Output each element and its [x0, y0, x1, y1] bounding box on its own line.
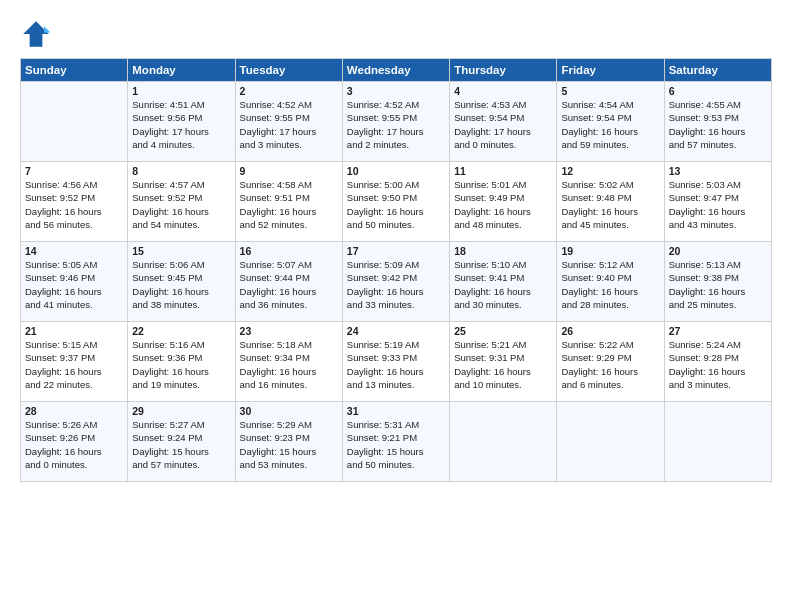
day-number: 20	[669, 245, 767, 257]
week-row-2: 7Sunrise: 4:56 AM Sunset: 9:52 PM Daylig…	[21, 162, 772, 242]
svg-marker-0	[23, 21, 49, 47]
cell-content: Sunrise: 4:58 AM Sunset: 9:51 PM Dayligh…	[240, 178, 338, 231]
col-header-saturday: Saturday	[664, 59, 771, 82]
calendar-cell: 19Sunrise: 5:12 AM Sunset: 9:40 PM Dayli…	[557, 242, 664, 322]
header	[20, 18, 772, 50]
cell-content: Sunrise: 5:10 AM Sunset: 9:41 PM Dayligh…	[454, 258, 552, 311]
day-number: 6	[669, 85, 767, 97]
cell-content: Sunrise: 4:52 AM Sunset: 9:55 PM Dayligh…	[240, 98, 338, 151]
day-number: 13	[669, 165, 767, 177]
cell-content: Sunrise: 5:19 AM Sunset: 9:33 PM Dayligh…	[347, 338, 445, 391]
day-number: 24	[347, 325, 445, 337]
day-number: 31	[347, 405, 445, 417]
calendar-cell: 12Sunrise: 5:02 AM Sunset: 9:48 PM Dayli…	[557, 162, 664, 242]
day-number: 28	[25, 405, 123, 417]
calendar-cell: 28Sunrise: 5:26 AM Sunset: 9:26 PM Dayli…	[21, 402, 128, 482]
day-number: 17	[347, 245, 445, 257]
calendar-cell: 26Sunrise: 5:22 AM Sunset: 9:29 PM Dayli…	[557, 322, 664, 402]
cell-content: Sunrise: 5:16 AM Sunset: 9:36 PM Dayligh…	[132, 338, 230, 391]
cell-content: Sunrise: 5:13 AM Sunset: 9:38 PM Dayligh…	[669, 258, 767, 311]
col-header-thursday: Thursday	[450, 59, 557, 82]
calendar-cell: 21Sunrise: 5:15 AM Sunset: 9:37 PM Dayli…	[21, 322, 128, 402]
calendar-cell: 17Sunrise: 5:09 AM Sunset: 9:42 PM Dayli…	[342, 242, 449, 322]
cell-content: Sunrise: 5:01 AM Sunset: 9:49 PM Dayligh…	[454, 178, 552, 231]
cell-content: Sunrise: 5:18 AM Sunset: 9:34 PM Dayligh…	[240, 338, 338, 391]
calendar-cell: 31Sunrise: 5:31 AM Sunset: 9:21 PM Dayli…	[342, 402, 449, 482]
week-row-4: 21Sunrise: 5:15 AM Sunset: 9:37 PM Dayli…	[21, 322, 772, 402]
cell-content: Sunrise: 5:22 AM Sunset: 9:29 PM Dayligh…	[561, 338, 659, 391]
calendar-cell: 2Sunrise: 4:52 AM Sunset: 9:55 PM Daylig…	[235, 82, 342, 162]
logo	[20, 18, 56, 50]
cell-content: Sunrise: 4:55 AM Sunset: 9:53 PM Dayligh…	[669, 98, 767, 151]
calendar-cell: 20Sunrise: 5:13 AM Sunset: 9:38 PM Dayli…	[664, 242, 771, 322]
calendar-cell: 13Sunrise: 5:03 AM Sunset: 9:47 PM Dayli…	[664, 162, 771, 242]
day-number: 14	[25, 245, 123, 257]
calendar-cell: 4Sunrise: 4:53 AM Sunset: 9:54 PM Daylig…	[450, 82, 557, 162]
calendar-cell: 10Sunrise: 5:00 AM Sunset: 9:50 PM Dayli…	[342, 162, 449, 242]
day-number: 4	[454, 85, 552, 97]
day-number: 3	[347, 85, 445, 97]
col-header-friday: Friday	[557, 59, 664, 82]
calendar-cell: 30Sunrise: 5:29 AM Sunset: 9:23 PM Dayli…	[235, 402, 342, 482]
day-number: 25	[454, 325, 552, 337]
cell-content: Sunrise: 4:54 AM Sunset: 9:54 PM Dayligh…	[561, 98, 659, 151]
day-number: 5	[561, 85, 659, 97]
day-number: 18	[454, 245, 552, 257]
day-number: 16	[240, 245, 338, 257]
calendar-cell: 3Sunrise: 4:52 AM Sunset: 9:55 PM Daylig…	[342, 82, 449, 162]
day-number: 7	[25, 165, 123, 177]
calendar-cell: 18Sunrise: 5:10 AM Sunset: 9:41 PM Dayli…	[450, 242, 557, 322]
calendar-cell: 11Sunrise: 5:01 AM Sunset: 9:49 PM Dayli…	[450, 162, 557, 242]
day-number: 21	[25, 325, 123, 337]
header-row: SundayMondayTuesdayWednesdayThursdayFrid…	[21, 59, 772, 82]
cell-content: Sunrise: 4:56 AM Sunset: 9:52 PM Dayligh…	[25, 178, 123, 231]
calendar-cell: 1Sunrise: 4:51 AM Sunset: 9:56 PM Daylig…	[128, 82, 235, 162]
calendar-cell: 9Sunrise: 4:58 AM Sunset: 9:51 PM Daylig…	[235, 162, 342, 242]
cell-content: Sunrise: 5:21 AM Sunset: 9:31 PM Dayligh…	[454, 338, 552, 391]
calendar-cell: 24Sunrise: 5:19 AM Sunset: 9:33 PM Dayli…	[342, 322, 449, 402]
day-number: 1	[132, 85, 230, 97]
cell-content: Sunrise: 5:31 AM Sunset: 9:21 PM Dayligh…	[347, 418, 445, 471]
page: SundayMondayTuesdayWednesdayThursdayFrid…	[0, 0, 792, 612]
calendar-cell	[557, 402, 664, 482]
calendar-cell: 15Sunrise: 5:06 AM Sunset: 9:45 PM Dayli…	[128, 242, 235, 322]
day-number: 12	[561, 165, 659, 177]
cell-content: Sunrise: 5:07 AM Sunset: 9:44 PM Dayligh…	[240, 258, 338, 311]
day-number: 8	[132, 165, 230, 177]
week-row-5: 28Sunrise: 5:26 AM Sunset: 9:26 PM Dayli…	[21, 402, 772, 482]
day-number: 9	[240, 165, 338, 177]
calendar-cell: 27Sunrise: 5:24 AM Sunset: 9:28 PM Dayli…	[664, 322, 771, 402]
calendar-cell: 6Sunrise: 4:55 AM Sunset: 9:53 PM Daylig…	[664, 82, 771, 162]
day-number: 27	[669, 325, 767, 337]
col-header-tuesday: Tuesday	[235, 59, 342, 82]
cell-content: Sunrise: 5:15 AM Sunset: 9:37 PM Dayligh…	[25, 338, 123, 391]
calendar-cell	[450, 402, 557, 482]
calendar-cell: 29Sunrise: 5:27 AM Sunset: 9:24 PM Dayli…	[128, 402, 235, 482]
cell-content: Sunrise: 5:12 AM Sunset: 9:40 PM Dayligh…	[561, 258, 659, 311]
calendar-cell: 8Sunrise: 4:57 AM Sunset: 9:52 PM Daylig…	[128, 162, 235, 242]
cell-content: Sunrise: 5:27 AM Sunset: 9:24 PM Dayligh…	[132, 418, 230, 471]
cell-content: Sunrise: 5:24 AM Sunset: 9:28 PM Dayligh…	[669, 338, 767, 391]
calendar-cell: 14Sunrise: 5:05 AM Sunset: 9:46 PM Dayli…	[21, 242, 128, 322]
cell-content: Sunrise: 4:51 AM Sunset: 9:56 PM Dayligh…	[132, 98, 230, 151]
cell-content: Sunrise: 5:00 AM Sunset: 9:50 PM Dayligh…	[347, 178, 445, 231]
cell-content: Sunrise: 5:29 AM Sunset: 9:23 PM Dayligh…	[240, 418, 338, 471]
day-number: 19	[561, 245, 659, 257]
cell-content: Sunrise: 5:03 AM Sunset: 9:47 PM Dayligh…	[669, 178, 767, 231]
cell-content: Sunrise: 5:09 AM Sunset: 9:42 PM Dayligh…	[347, 258, 445, 311]
cell-content: Sunrise: 5:05 AM Sunset: 9:46 PM Dayligh…	[25, 258, 123, 311]
calendar-cell	[21, 82, 128, 162]
day-number: 23	[240, 325, 338, 337]
calendar-cell: 23Sunrise: 5:18 AM Sunset: 9:34 PM Dayli…	[235, 322, 342, 402]
cell-content: Sunrise: 5:26 AM Sunset: 9:26 PM Dayligh…	[25, 418, 123, 471]
cell-content: Sunrise: 5:06 AM Sunset: 9:45 PM Dayligh…	[132, 258, 230, 311]
cell-content: Sunrise: 5:02 AM Sunset: 9:48 PM Dayligh…	[561, 178, 659, 231]
week-row-1: 1Sunrise: 4:51 AM Sunset: 9:56 PM Daylig…	[21, 82, 772, 162]
day-number: 10	[347, 165, 445, 177]
col-header-monday: Monday	[128, 59, 235, 82]
calendar-cell: 5Sunrise: 4:54 AM Sunset: 9:54 PM Daylig…	[557, 82, 664, 162]
calendar-cell: 25Sunrise: 5:21 AM Sunset: 9:31 PM Dayli…	[450, 322, 557, 402]
calendar-table: SundayMondayTuesdayWednesdayThursdayFrid…	[20, 58, 772, 482]
day-number: 29	[132, 405, 230, 417]
day-number: 26	[561, 325, 659, 337]
